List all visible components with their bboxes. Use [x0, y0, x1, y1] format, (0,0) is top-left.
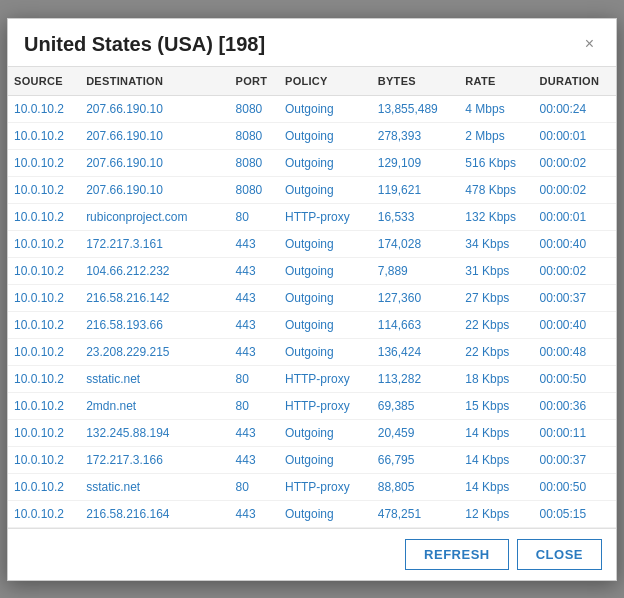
col-rate: RATE [459, 67, 533, 96]
table-cell: 14 Kbps [459, 473, 533, 500]
table-cell: 7,889 [372, 257, 460, 284]
table-cell: Outgoing [279, 230, 372, 257]
table-row: 10.0.10.2172.217.3.161443Outgoing174,028… [8, 230, 616, 257]
table-cell: 00:00:02 [534, 176, 617, 203]
table-cell: 8080 [230, 95, 279, 122]
table-cell: HTTP-proxy [279, 203, 372, 230]
col-duration: DURATION [534, 67, 617, 96]
table-row: 10.0.10.2207.66.190.108080Outgoing278,39… [8, 122, 616, 149]
table-cell: 114,663 [372, 311, 460, 338]
table-cell: 172.217.3.161 [80, 230, 229, 257]
table-cell: sstatic.net [80, 473, 229, 500]
table-cell: 00:00:48 [534, 338, 617, 365]
table-cell: Outgoing [279, 311, 372, 338]
table-cell: 478 Kbps [459, 176, 533, 203]
table-cell: 443 [230, 230, 279, 257]
col-destination: DESTINATION [80, 67, 229, 96]
table-cell: 00:00:11 [534, 419, 617, 446]
col-port: PORT [230, 67, 279, 96]
table-cell: 443 [230, 500, 279, 527]
table-cell: 119,621 [372, 176, 460, 203]
table-cell: 132.245.88.194 [80, 419, 229, 446]
table-cell: 10.0.10.2 [8, 95, 80, 122]
table-cell: 00:00:40 [534, 311, 617, 338]
table-cell: 00:00:36 [534, 392, 617, 419]
table-cell: Outgoing [279, 500, 372, 527]
table-cell: Outgoing [279, 338, 372, 365]
table-cell: 207.66.190.10 [80, 122, 229, 149]
table-cell: 10.0.10.2 [8, 365, 80, 392]
modal-dialog: United States (USA) [198] × SOURCE DESTI… [7, 18, 617, 581]
table-cell: sstatic.net [80, 365, 229, 392]
table-cell: 278,393 [372, 122, 460, 149]
table-cell: 15 Kbps [459, 392, 533, 419]
table-cell: HTTP-proxy [279, 473, 372, 500]
table-cell: Outgoing [279, 419, 372, 446]
table-row: 10.0.10.2216.58.216.142443Outgoing127,36… [8, 284, 616, 311]
table-cell: Outgoing [279, 446, 372, 473]
table-cell: 23.208.229.215 [80, 338, 229, 365]
table-cell: 22 Kbps [459, 338, 533, 365]
table-cell: 10.0.10.2 [8, 122, 80, 149]
table-row: 10.0.10.2216.58.216.164443Outgoing478,25… [8, 500, 616, 527]
col-policy: POLICY [279, 67, 372, 96]
modal-title: United States (USA) [198] [24, 33, 265, 56]
table-cell: 18 Kbps [459, 365, 533, 392]
table-header: SOURCE DESTINATION PORT POLICY BYTES RAT… [8, 67, 616, 96]
table-cell: 10.0.10.2 [8, 392, 80, 419]
modal-footer: REFRESH CLOSE [8, 528, 616, 580]
table-cell: 20,459 [372, 419, 460, 446]
table-cell: 80 [230, 392, 279, 419]
table-cell: 10.0.10.2 [8, 419, 80, 446]
table-cell: 80 [230, 203, 279, 230]
table-cell: 00:00:40 [534, 230, 617, 257]
table-container: SOURCE DESTINATION PORT POLICY BYTES RAT… [8, 66, 616, 528]
table-row: 10.0.10.223.208.229.215443Outgoing136,42… [8, 338, 616, 365]
table-cell: 8080 [230, 176, 279, 203]
table-cell: 2 Mbps [459, 122, 533, 149]
table-cell: 8080 [230, 122, 279, 149]
refresh-button[interactable]: REFRESH [405, 539, 509, 570]
table-cell: 216.58.193.66 [80, 311, 229, 338]
table-cell: 12 Kbps [459, 500, 533, 527]
table-cell: 80 [230, 365, 279, 392]
table-cell: 10.0.10.2 [8, 257, 80, 284]
table-cell: Outgoing [279, 149, 372, 176]
table-cell: Outgoing [279, 257, 372, 284]
table-row: 10.0.10.2207.66.190.108080Outgoing13,855… [8, 95, 616, 122]
table-row: 10.0.10.2207.66.190.108080Outgoing119,62… [8, 176, 616, 203]
table-cell: 2mdn.net [80, 392, 229, 419]
table-cell: Outgoing [279, 284, 372, 311]
table-cell: 00:00:50 [534, 473, 617, 500]
close-x-button[interactable]: × [579, 34, 600, 54]
table-row: 10.0.10.2sstatic.net80HTTP-proxy88,80514… [8, 473, 616, 500]
table-cell: 00:00:02 [534, 257, 617, 284]
table-cell: 172.217.3.166 [80, 446, 229, 473]
table-cell: Outgoing [279, 95, 372, 122]
table-cell: 8080 [230, 149, 279, 176]
table-body: 10.0.10.2207.66.190.108080Outgoing13,855… [8, 95, 616, 527]
table-cell: 00:00:02 [534, 149, 617, 176]
table-cell: 10.0.10.2 [8, 203, 80, 230]
table-cell: 443 [230, 257, 279, 284]
table-cell: 00:00:50 [534, 365, 617, 392]
table-row: 10.0.10.2104.66.212.232443Outgoing7,8893… [8, 257, 616, 284]
table-cell: 31 Kbps [459, 257, 533, 284]
data-table: SOURCE DESTINATION PORT POLICY BYTES RAT… [8, 67, 616, 528]
table-cell: 129,109 [372, 149, 460, 176]
table-cell: 10.0.10.2 [8, 500, 80, 527]
table-cell: 14 Kbps [459, 419, 533, 446]
table-cell: 00:00:37 [534, 446, 617, 473]
table-cell: 478,251 [372, 500, 460, 527]
table-cell: 174,028 [372, 230, 460, 257]
table-cell: 132 Kbps [459, 203, 533, 230]
close-button[interactable]: CLOSE [517, 539, 602, 570]
table-cell: 10.0.10.2 [8, 311, 80, 338]
table-row: 10.0.10.2sstatic.net80HTTP-proxy113,2821… [8, 365, 616, 392]
table-cell: 34 Kbps [459, 230, 533, 257]
table-cell: 216.58.216.164 [80, 500, 229, 527]
table-cell: Outgoing [279, 122, 372, 149]
table-cell: 207.66.190.10 [80, 176, 229, 203]
table-cell: 10.0.10.2 [8, 149, 80, 176]
table-cell: 127,360 [372, 284, 460, 311]
